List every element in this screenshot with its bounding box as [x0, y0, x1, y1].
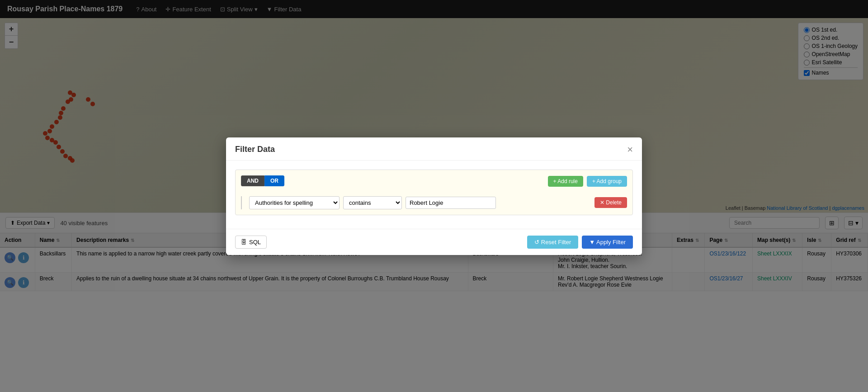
modal-footer: 🗄 SQL ↺ Reset Filter ▼ Apply Filter: [226, 229, 642, 255]
filter-modal: Filter Data × AND OR + Add rule + Add gr…: [226, 137, 642, 255]
rule-actions-top: + Add rule + Add group: [548, 176, 627, 187]
filter-field-select[interactable]: Authorities for spelling Name Descriptio…: [249, 196, 340, 209]
modal-header: Filter Data ×: [226, 137, 642, 161]
add-group-button[interactable]: + Add group: [587, 176, 627, 187]
and-button[interactable]: AND: [241, 175, 264, 186]
filter-rule-container: AND OR + Add rule + Add group Authoritie…: [235, 170, 633, 215]
modal-body: AND OR + Add rule + Add group Authoritie…: [226, 161, 642, 229]
database-icon: 🗄: [241, 239, 247, 246]
modal-overlay[interactable]: Filter Data × AND OR + Add rule + Add gr…: [0, 0, 868, 392]
filter-logic-buttons: AND OR: [241, 175, 284, 186]
filter-rule-row: Authorities for spelling Name Descriptio…: [241, 196, 627, 209]
sql-button[interactable]: 🗄 SQL: [235, 236, 267, 249]
apply-filter-button[interactable]: ▼ Apply Filter: [582, 236, 633, 249]
modal-close-button[interactable]: ×: [627, 145, 633, 155]
footer-buttons: ↺ Reset Filter ▼ Apply Filter: [527, 236, 633, 249]
modal-title: Filter Data: [235, 145, 275, 154]
or-button[interactable]: OR: [264, 175, 284, 186]
filter-value-input[interactable]: [406, 197, 496, 209]
filter-operator-select[interactable]: contains equals starts with ends with is…: [343, 196, 402, 209]
delete-rule-button[interactable]: ✕ Delete: [594, 197, 627, 208]
add-rule-button[interactable]: + Add rule: [548, 176, 583, 187]
reset-filter-button[interactable]: ↺ Reset Filter: [527, 236, 578, 249]
